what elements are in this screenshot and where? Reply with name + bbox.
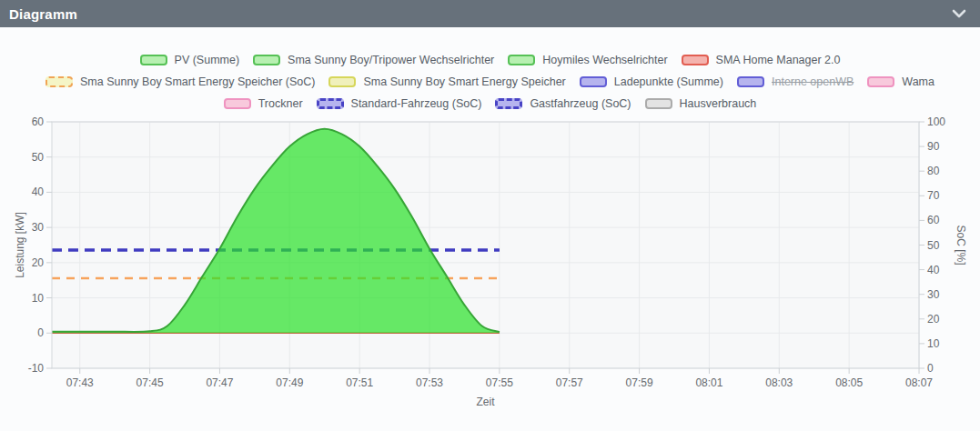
legend-swatch-icon — [645, 98, 672, 109]
legend-item[interactable]: Hoymiles Wechselrichter — [508, 54, 667, 66]
legend-swatch-icon — [867, 76, 894, 87]
legend-swatch-icon — [224, 98, 251, 109]
chart-legend: PV (Summe)Sma Sunny Boy/Tripower Wechsel… — [0, 51, 980, 116]
svg-text:08:01: 08:01 — [695, 376, 722, 389]
legend-label: Sma Sunny Boy Smart Energy Speicher (SoC… — [80, 75, 315, 88]
legend-label: Sma Sunny Boy/Tripower Wechselrichter — [288, 54, 494, 66]
legend-label: Wama — [902, 75, 935, 88]
svg-text:30: 30 — [927, 288, 940, 301]
svg-text:07:45: 07:45 — [136, 376, 164, 389]
legend-item[interactable]: Gastfahrzeug (SoC) — [495, 97, 631, 110]
chart-card: PV (Summe)Sma Sunny Boy/Tripower Wechsel… — [0, 27, 980, 431]
legend-label: SMA Home Manager 2.0 — [716, 54, 841, 66]
svg-text:08:03: 08:03 — [765, 376, 793, 389]
svg-text:80: 80 — [927, 165, 940, 177]
svg-text:08:05: 08:05 — [835, 376, 863, 389]
legend-swatch-icon — [580, 76, 607, 87]
chart-plot: 07:4307:4507:4707:4907:5107:5307:5507:57… — [0, 113, 980, 431]
svg-text:07:53: 07:53 — [416, 376, 443, 389]
legend-label: PV (Summe) — [175, 54, 240, 66]
legend-row: Sma Sunny Boy Smart Energy Speicher (SoC… — [0, 73, 980, 91]
svg-text:90: 90 — [927, 140, 940, 153]
chevron-down-icon[interactable] — [951, 6, 967, 21]
legend-row: TrocknerStandard-Fahrzeug (SoC)Gastfahrz… — [0, 95, 980, 113]
svg-text:20: 20 — [32, 256, 45, 269]
legend-swatch-icon — [253, 55, 280, 65]
svg-text:10: 10 — [927, 337, 940, 350]
svg-text:50: 50 — [927, 239, 940, 252]
legend-item[interactable]: PV (Summe) — [140, 54, 240, 66]
svg-text:Leistung [kW]: Leistung [kW] — [14, 212, 26, 278]
legend-item[interactable]: Interne openWB — [737, 75, 854, 88]
legend-swatch-icon — [328, 76, 356, 87]
legend-label: Hausverbrauch — [680, 97, 757, 110]
legend-label: Sma Sunny Boy Smart Energy Speicher — [363, 75, 565, 88]
svg-text:SoC [%]: SoC [%] — [955, 225, 967, 265]
legend-item[interactable]: Sma Sunny Boy Smart Energy Speicher (SoC… — [45, 75, 315, 88]
svg-text:70: 70 — [927, 189, 940, 202]
legend-swatch-icon — [508, 55, 535, 65]
legend-swatch-icon — [682, 55, 709, 65]
svg-text:Zeit: Zeit — [476, 396, 495, 408]
legend-item[interactable]: Sma Sunny Boy/Tripower Wechselrichter — [253, 54, 494, 66]
svg-text:60: 60 — [927, 214, 940, 226]
legend-label: Gastfahrzeug (SoC) — [530, 97, 631, 110]
svg-text:-10: -10 — [28, 362, 45, 375]
legend-label: Interne openWB — [772, 75, 854, 88]
legend-label: Standard-Fahrzeug (SoC) — [351, 97, 482, 110]
legend-item[interactable]: Wama — [867, 75, 935, 88]
legend-label: Hoymiles Wechselrichter — [542, 54, 667, 66]
svg-text:50: 50 — [32, 151, 45, 164]
svg-text:30: 30 — [32, 221, 45, 234]
svg-text:10: 10 — [32, 292, 45, 305]
svg-text:40: 40 — [927, 264, 940, 276]
svg-text:0: 0 — [37, 326, 44, 339]
panel-header[interactable]: Diagramm — [0, 0, 980, 27]
legend-label: Ladepunkte (Summe) — [614, 75, 723, 88]
legend-swatch-icon — [495, 98, 522, 109]
legend-label: Trockner — [258, 97, 303, 110]
svg-text:60: 60 — [32, 115, 45, 128]
svg-text:0: 0 — [927, 362, 934, 375]
svg-text:07:51: 07:51 — [346, 376, 373, 389]
svg-text:40: 40 — [32, 185, 45, 198]
legend-swatch-icon — [317, 98, 344, 109]
legend-item[interactable]: SMA Home Manager 2.0 — [682, 54, 841, 66]
legend-swatch-icon — [140, 55, 167, 65]
legend-item[interactable]: Ladepunkte (Summe) — [580, 75, 723, 88]
svg-text:07:59: 07:59 — [626, 376, 653, 389]
legend-swatch-icon — [45, 76, 73, 87]
legend-item[interactable]: Trockner — [224, 97, 303, 110]
legend-row: PV (Summe)Sma Sunny Boy/Tripower Wechsel… — [0, 51, 980, 69]
legend-item[interactable]: Sma Sunny Boy Smart Energy Speicher — [328, 75, 565, 88]
svg-text:100: 100 — [927, 115, 945, 128]
svg-text:07:57: 07:57 — [556, 376, 583, 389]
legend-swatch-icon — [737, 76, 764, 87]
legend-item[interactable]: Hausverbrauch — [645, 97, 757, 110]
panel-title: Diagramm — [9, 6, 77, 22]
svg-text:07:55: 07:55 — [486, 376, 513, 389]
svg-text:20: 20 — [927, 313, 940, 326]
legend-item[interactable]: Standard-Fahrzeug (SoC) — [317, 97, 482, 110]
svg-text:08:07: 08:07 — [905, 376, 933, 389]
svg-text:07:47: 07:47 — [206, 376, 233, 389]
svg-text:07:49: 07:49 — [276, 376, 303, 389]
svg-text:07:43: 07:43 — [66, 376, 94, 389]
